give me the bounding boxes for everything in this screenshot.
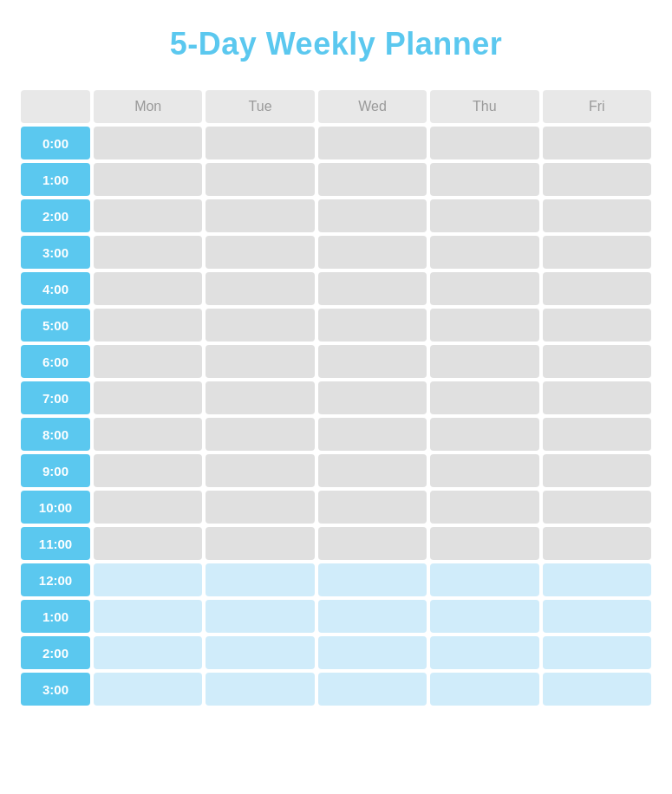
planner-cell[interactable] [318, 636, 427, 669]
planner-cell[interactable] [543, 309, 651, 342]
planner-cell[interactable] [543, 381, 651, 414]
planner-cell[interactable] [318, 381, 427, 414]
time-label: 4:00 [21, 272, 90, 305]
planner-cell[interactable] [94, 491, 202, 524]
planner-cell[interactable] [206, 527, 314, 560]
table-row: 2:00 [21, 199, 651, 232]
planner-cell[interactable] [206, 199, 314, 232]
table-row: 1:00 [21, 600, 651, 633]
planner-cell[interactable] [318, 309, 427, 342]
planner-cell[interactable] [430, 563, 538, 596]
planner-cell[interactable] [430, 636, 538, 669]
table-row: 3:00 [21, 236, 651, 269]
planner-cell[interactable] [94, 636, 202, 669]
planner-cell[interactable] [318, 563, 427, 596]
planner-cell[interactable] [94, 381, 202, 414]
planner-cell[interactable] [318, 527, 427, 560]
table-row: 11:00 [21, 527, 651, 560]
planner-cell[interactable] [543, 272, 651, 305]
planner-cell[interactable] [543, 127, 651, 159]
planner-cell[interactable] [318, 127, 427, 159]
planner-cell[interactable] [206, 454, 314, 487]
table-row: 9:00 [21, 454, 651, 487]
planner-cell[interactable] [94, 418, 202, 451]
planner-cell[interactable] [318, 673, 427, 706]
time-label: 8:00 [21, 418, 90, 451]
planner-cell[interactable] [94, 600, 202, 633]
header-wed: Wed [318, 90, 427, 123]
planner-cell[interactable] [94, 345, 202, 378]
table-row: 4:00 [21, 272, 651, 305]
time-label: 1:00 [21, 163, 90, 196]
planner-cell[interactable] [94, 309, 202, 342]
planner-cell[interactable] [206, 600, 314, 633]
planner-cell[interactable] [430, 600, 538, 633]
planner-cell[interactable] [318, 199, 427, 232]
time-label: 7:00 [21, 381, 90, 414]
planner-cell[interactable] [430, 527, 538, 560]
planner-cell[interactable] [206, 563, 314, 596]
planner-cell[interactable] [430, 199, 538, 232]
planner-cell[interactable] [206, 418, 314, 451]
planner-cell[interactable] [430, 673, 538, 706]
planner-cell[interactable] [430, 163, 538, 196]
header-thu: Thu [430, 90, 538, 123]
planner-cell[interactable] [318, 345, 427, 378]
header-fri: Fri [543, 90, 651, 123]
planner-cell[interactable] [206, 491, 314, 524]
table-row: 2:00 [21, 636, 651, 669]
planner-cell[interactable] [94, 236, 202, 269]
planner-cell[interactable] [94, 199, 202, 232]
planner-cell[interactable] [430, 127, 538, 159]
planner-cell[interactable] [94, 163, 202, 196]
planner-cell[interactable] [318, 418, 427, 451]
planner-cell[interactable] [206, 345, 314, 378]
planner-cell[interactable] [94, 527, 202, 560]
table-row: 10:00 [21, 491, 651, 524]
planner-cell[interactable] [206, 272, 314, 305]
table-row: 0:00 [21, 127, 651, 159]
planner-cell[interactable] [206, 673, 314, 706]
planner-cell[interactable] [206, 163, 314, 196]
planner-cell[interactable] [543, 454, 651, 487]
planner-cell[interactable] [318, 163, 427, 196]
planner-cell[interactable] [430, 491, 538, 524]
planner-cell[interactable] [94, 272, 202, 305]
planner-cell[interactable] [206, 309, 314, 342]
planner-cell[interactable] [430, 236, 538, 269]
planner-cell[interactable] [94, 127, 202, 159]
planner-cell[interactable] [543, 491, 651, 524]
table-row: 12:00 [21, 563, 651, 596]
planner-cell[interactable] [543, 418, 651, 451]
planner-cell[interactable] [318, 236, 427, 269]
planner-cell[interactable] [318, 491, 427, 524]
planner-cell[interactable] [543, 673, 651, 706]
planner-cell[interactable] [318, 600, 427, 633]
planner-cell[interactable] [430, 345, 538, 378]
planner-cell[interactable] [543, 563, 651, 596]
header-tue: Tue [206, 90, 314, 123]
planner-cell[interactable] [318, 272, 427, 305]
planner-cell[interactable] [94, 454, 202, 487]
planner-cell[interactable] [543, 600, 651, 633]
planner-cell[interactable] [318, 454, 427, 487]
planner-cell[interactable] [543, 236, 651, 269]
planner-table: Mon Tue Wed Thu Fri 0:001:002:003:004:00… [17, 87, 655, 709]
planner-cell[interactable] [543, 163, 651, 196]
planner-cell[interactable] [94, 673, 202, 706]
planner-cell[interactable] [206, 127, 314, 159]
table-row: 6:00 [21, 345, 651, 378]
planner-cell[interactable] [94, 563, 202, 596]
planner-cell[interactable] [430, 381, 538, 414]
planner-cell[interactable] [543, 199, 651, 232]
planner-cell[interactable] [543, 345, 651, 378]
planner-cell[interactable] [430, 272, 538, 305]
planner-cell[interactable] [206, 236, 314, 269]
planner-cell[interactable] [430, 418, 538, 451]
planner-cell[interactable] [430, 454, 538, 487]
planner-cell[interactable] [206, 636, 314, 669]
planner-cell[interactable] [543, 636, 651, 669]
planner-cell[interactable] [206, 381, 314, 414]
planner-cell[interactable] [430, 309, 538, 342]
planner-cell[interactable] [543, 527, 651, 560]
